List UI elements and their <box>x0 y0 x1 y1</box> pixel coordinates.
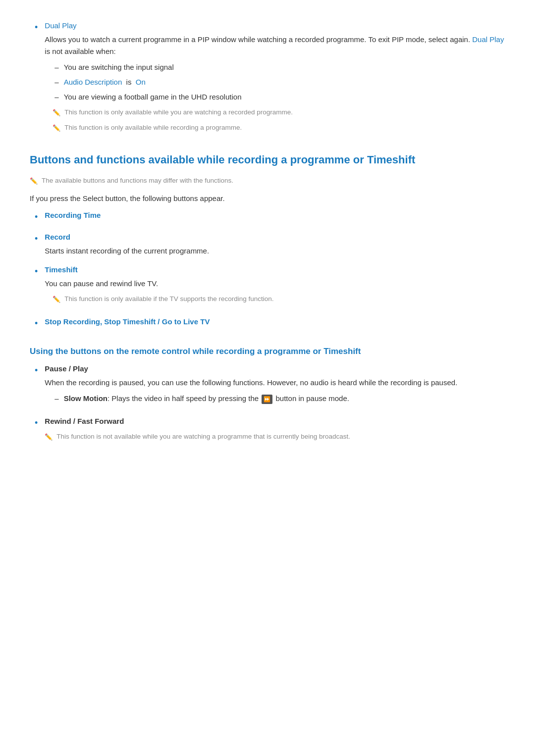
pencil-icon: ✏️ <box>53 108 60 118</box>
dash-icon: – <box>54 61 58 73</box>
pause-play-desc: When the recording is paused, you can us… <box>45 377 505 389</box>
rewind-fast-forward-item: • Rewind / Fast Forward ✏️ This function… <box>30 415 505 447</box>
pencil-icon: ✏️ <box>53 295 60 305</box>
fast-forward-icon: ⏩ <box>262 395 272 404</box>
rewind-ff-note-text: This function is not available while you… <box>56 431 350 442</box>
audio-desc-link[interactable]: Audio Description <box>64 78 122 86</box>
dual-play-section: • Dual Play Allows you to watch a curren… <box>30 20 505 138</box>
slow-motion-desc2: button in pause mode. <box>276 394 349 403</box>
note-2: ✏️ This function is only available while… <box>53 122 505 134</box>
record-item: • Record Starts instant recording of the… <box>30 231 505 257</box>
slow-motion-item: – Slow Motion: Plays the video in half s… <box>54 393 505 404</box>
slow-motion-desc: : Plays the video in half speed by press… <box>107 394 259 403</box>
section-title: Buttons and functions available while re… <box>30 152 505 168</box>
condition-text: You are viewing a football game in the U… <box>64 91 242 103</box>
section-note: ✏️ The available buttons and functions m… <box>30 175 505 187</box>
dash-icon: – <box>54 393 58 404</box>
rewind-ff-label: Rewind / Fast Forward <box>45 415 505 427</box>
slow-motion-text: Slow Motion: Plays the video in half spe… <box>64 393 349 404</box>
dual-play-link2[interactable]: Dual Play <box>472 35 504 44</box>
remote-buttons-list: • Pause / Play When the recording is pau… <box>30 363 505 447</box>
note-text: This function is only available while re… <box>64 122 242 133</box>
on-link[interactable]: On <box>136 78 146 86</box>
timeshift-note: ✏️ This function is only available if th… <box>53 294 505 305</box>
bullet-icon: • <box>35 264 38 279</box>
pause-play-label: Pause / Play <box>45 363 505 375</box>
note-1: ✏️ This function is only available while… <box>53 107 505 118</box>
dual-play-conditions: – You are switching the input signal – A… <box>54 61 505 103</box>
rewind-ff-note: ✏️ This function is not available while … <box>45 431 505 443</box>
section-note-text: The available buttons and functions may … <box>42 175 233 186</box>
bullet-icon: • <box>35 210 38 224</box>
record-link[interactable]: Record <box>45 233 70 241</box>
note-text: This function is only available while yo… <box>64 107 293 118</box>
recording-time-link[interactable]: Recording Time <box>45 211 101 219</box>
bullet-icon: • <box>35 416 38 430</box>
dual-play-item: • Dual Play Allows you to watch a curren… <box>30 20 505 138</box>
record-desc: Starts instant recording of the current … <box>45 245 505 257</box>
bullet-icon: • <box>35 316 38 331</box>
timeshift-desc: You can pause and rewind live TV. <box>45 278 505 290</box>
dash-icon: – <box>54 91 58 103</box>
condition-1: – You are switching the input signal <box>54 61 505 73</box>
timeshift-note-text: This function is only available if the T… <box>64 294 273 304</box>
stop-recording-item: • Stop Recording, Stop Timeshift / Go to… <box>30 316 505 331</box>
select-button-text: If you press the Select button, the foll… <box>30 193 505 204</box>
pencil-icon: ✏️ <box>45 432 53 443</box>
condition-text: You are switching the input signal <box>64 61 174 73</box>
pencil-icon: ✏️ <box>53 123 60 134</box>
stop-recording-link[interactable]: Stop Recording, Stop Timeshift / Go to L… <box>45 317 210 326</box>
buttons-list: • Recording Time • Record Starts instant… <box>30 209 505 330</box>
timeshift-link[interactable]: Timeshift <box>45 265 77 274</box>
condition-2: – Audio Description is On <box>54 76 505 88</box>
subsection-title: Using the buttons on the remote control … <box>30 346 505 357</box>
condition-text: Audio Description is On <box>64 76 146 88</box>
pause-play-item: • Pause / Play When the recording is pau… <box>30 363 505 408</box>
condition-3: – You are viewing a football game in the… <box>54 91 505 103</box>
bullet-icon: • <box>35 232 38 246</box>
dual-play-desc2: is not available when: <box>45 47 115 55</box>
dual-play-desc1: Allows you to watch a current programme … <box>45 35 470 44</box>
bullet-icon: • <box>35 20 38 35</box>
bullet-icon: • <box>35 363 38 378</box>
timeshift-item: • Timeshift You can pause and rewind liv… <box>30 264 505 309</box>
pencil-icon: ✏️ <box>30 176 38 187</box>
slow-motion-label: Slow Motion <box>64 394 107 403</box>
dash-icon: – <box>54 76 58 88</box>
pause-play-subitems: – Slow Motion: Plays the video in half s… <box>54 393 505 404</box>
recording-time-item: • Recording Time <box>30 209 505 224</box>
dual-play-link[interactable]: Dual Play <box>45 21 76 30</box>
